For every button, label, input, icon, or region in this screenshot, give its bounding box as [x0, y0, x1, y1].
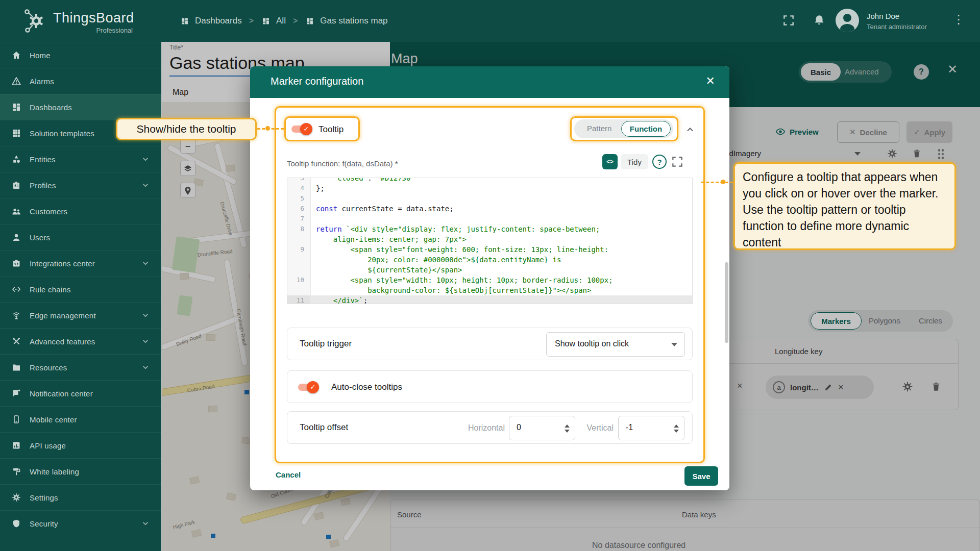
map-marker-button[interactable]: [180, 183, 195, 198]
code-line[interactable]: 7: [287, 214, 692, 224]
stepper-arrows-icon[interactable]: [674, 423, 679, 434]
close-editor-icon[interactable]: ✕: [947, 62, 958, 77]
basemap-delete-trash-icon[interactable]: [911, 148, 922, 159]
avatar[interactable]: [836, 9, 859, 32]
code-snippets-icon[interactable]: <>: [602, 154, 618, 169]
map-data-marker[interactable]: [211, 534, 215, 538]
code-editor-rows: 3 'closed': '#D12730'4};56const currentS…: [287, 178, 692, 304]
help-button[interactable]: ?: [914, 64, 929, 80]
tab-function[interactable]: Function: [621, 121, 671, 137]
entities-icon: [11, 154, 22, 164]
edit-pencil-icon[interactable]: [824, 383, 833, 392]
code-line[interactable]: 6const currentState = data.state;: [287, 204, 692, 214]
code-line[interactable]: 10 <span style="width: 10px; height: 10p…: [287, 275, 692, 285]
sidebar-item-resources[interactable]: Resources: [0, 354, 161, 380]
auto-close-toggle[interactable]: ✓: [297, 381, 319, 394]
map-data-marker[interactable]: [326, 535, 331, 539]
sidebar-item-mobile-center[interactable]: Mobile center: [0, 406, 161, 432]
key-settings-gear-icon[interactable]: [901, 381, 914, 393]
sidebar-item-customers[interactable]: Customers: [0, 198, 161, 224]
code-editor[interactable]: 3 'closed': '#D12730'4};56const currentS…: [287, 178, 693, 304]
kebab-menu-icon[interactable]: ⋮: [952, 12, 965, 27]
key-delete-trash-icon[interactable]: [930, 381, 942, 393]
decline-button[interactable]: ✕ Decline: [837, 121, 899, 143]
map-layers-button[interactable]: [180, 161, 195, 176]
sidebar-item-edge-management[interactable]: Edge management: [0, 302, 161, 328]
sidebar-item-notification-center[interactable]: Notification center: [0, 380, 161, 406]
stepper-arrows-icon[interactable]: [565, 423, 570, 434]
map-pin-icon: [183, 186, 193, 196]
chevron-down-icon: [141, 363, 150, 372]
sidebar-item-security[interactable]: Security: [0, 510, 161, 536]
tab-pattern[interactable]: Pattern: [587, 124, 611, 133]
sidebar-item-entities[interactable]: Entities: [0, 146, 161, 172]
function-help-icon[interactable]: ?: [652, 155, 667, 169]
sidebar-item-integrations-center[interactable]: Integrations center: [0, 250, 161, 276]
sidebar-item-advanced-features[interactable]: Advanced features: [0, 328, 161, 354]
sidebar-item-api-usage[interactable]: API usage: [0, 432, 161, 458]
tab-advanced[interactable]: Advanced: [845, 67, 879, 76]
sidebar-item-white-labeling[interactable]: White labeling: [0, 458, 161, 484]
sidebar-item-home[interactable]: Home: [0, 42, 161, 68]
code-line[interactable]: 5: [287, 193, 692, 204]
longitude-key-chip[interactable]: a longit… ×: [766, 375, 874, 399]
tab-basic[interactable]: Basic: [801, 63, 841, 81]
hidden-chip-close-icon[interactable]: ×: [737, 381, 743, 391]
code-line[interactable]: align-items: center; gap: 7px">: [287, 234, 692, 244]
cancel-button[interactable]: Cancel: [276, 470, 301, 479]
apply-label: Apply: [924, 128, 945, 137]
breadcrumb-item[interactable]: Gas stations map: [305, 16, 387, 26]
code-line[interactable]: ${currentState}</span>: [287, 265, 692, 275]
code-line[interactable]: background-color: ${stateObj[currentStat…: [287, 285, 692, 295]
breadcrumb-item[interactable]: All: [261, 16, 286, 26]
chevron-down-icon: [141, 259, 150, 268]
vertical-offset-input[interactable]: -1: [618, 416, 684, 440]
code-line[interactable]: 3 'closed': '#D12730': [287, 178, 692, 183]
sidebar-item-profiles[interactable]: Profiles: [0, 172, 161, 198]
title-field-label: Title*: [169, 44, 183, 51]
notifications-bell-icon[interactable]: [813, 14, 826, 27]
breadcrumb-separator: >: [249, 16, 254, 26]
tooltip-toggle[interactable]: ✓: [290, 122, 312, 136]
app-header: ThingsBoard Professional Dashboards>All>…: [0, 0, 980, 42]
code-line[interactable]: 4};: [287, 183, 692, 193]
white-labeling-icon: [11, 466, 22, 477]
chevron-down-icon: [141, 311, 150, 320]
sidebar-item-label: Notification center: [30, 389, 93, 398]
drag-handle-dots-icon[interactable]: [938, 149, 945, 159]
sidebar-item-label: Users: [30, 233, 50, 242]
tooltip-trigger-select[interactable]: Show tooltip on click: [546, 332, 685, 357]
apply-button[interactable]: ✓ Apply: [906, 121, 952, 143]
tab-markers[interactable]: Markers: [811, 312, 862, 330]
sidebar-item-dashboards[interactable]: Dashboards: [0, 94, 161, 120]
layers-icon: [183, 164, 193, 174]
code-line[interactable]: 8return `<div style="display: flex; just…: [287, 224, 692, 234]
code-line[interactable]: 9 <span style="font-weight: 600; font-si…: [287, 244, 692, 255]
sidebar-item-label: Home: [30, 51, 51, 60]
breadcrumb-item[interactable]: Dashboards: [180, 16, 242, 26]
auto-close-label: Auto-close tooltips: [331, 382, 402, 392]
preview-button[interactable]: Preview: [775, 127, 819, 137]
map-data-marker[interactable]: [244, 390, 249, 394]
save-button[interactable]: Save: [684, 466, 718, 486]
tab-circles[interactable]: Circles: [919, 316, 942, 325]
sidebar-item-settings[interactable]: Settings: [0, 484, 161, 510]
fullscreen-icon[interactable]: [782, 14, 795, 27]
sidebar-item-alarms[interactable]: Alarms: [0, 68, 161, 94]
tidy-button[interactable]: Tidy: [621, 154, 648, 169]
code-line[interactable]: 20px; color: #000000de">${data.entityNam…: [287, 255, 692, 265]
expand-fullscreen-icon[interactable]: [671, 155, 684, 168]
sidebar-item-rule-chains[interactable]: Rule chains: [0, 276, 161, 302]
zoom-out-button[interactable]: −: [181, 140, 195, 154]
sidebar-item-label: Rule chains: [30, 285, 71, 294]
basemap-caret-icon[interactable]: [854, 152, 861, 156]
dialog-scrollbar[interactable]: [725, 262, 728, 343]
sidebar-item-users[interactable]: Users: [0, 224, 161, 250]
horizontal-offset-input[interactable]: 0: [509, 416, 575, 440]
collapse-chevron-up-icon[interactable]: [685, 124, 695, 135]
code-line[interactable]: 11 </div>`;: [287, 295, 692, 304]
dialog-close-icon[interactable]: ✕: [706, 74, 715, 88]
tab-polygons[interactable]: Polygons: [869, 316, 900, 325]
basemap-settings-gear-icon[interactable]: [887, 148, 898, 159]
chip-close-icon[interactable]: ×: [838, 382, 844, 393]
